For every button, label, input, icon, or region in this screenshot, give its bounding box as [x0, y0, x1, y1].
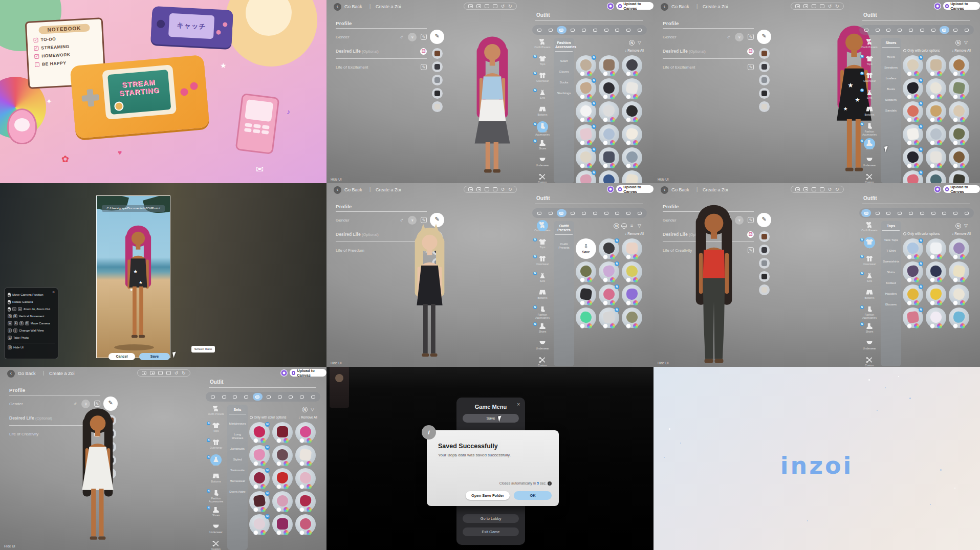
category-tab-0[interactable] — [534, 26, 544, 34]
item-thumb[interactable] — [295, 514, 316, 535]
subcategory-jumpsuits[interactable]: Jumpsuits — [229, 447, 246, 450]
item-thumb[interactable]: N — [249, 491, 270, 512]
sort-icon[interactable]: ≡ — [629, 223, 635, 229]
sidebar-item-custom[interactable]: Custom — [860, 356, 879, 367]
subcategory-sandals[interactable]: Sandals — [882, 108, 900, 112]
worn-item-thumb[interactable] — [432, 88, 443, 99]
item-thumb[interactable]: N — [599, 284, 619, 305]
profile-orb-icon[interactable] — [934, 186, 941, 193]
go-back-label[interactable]: Go Back — [344, 4, 362, 9]
worn-item-thumb[interactable] — [759, 271, 770, 282]
category-tab-7[interactable] — [613, 26, 622, 34]
sidebar-item-bottoms[interactable]: Bottoms — [860, 289, 879, 305]
item-thumb[interactable]: N — [576, 124, 596, 145]
edit-life-icon[interactable]: ✎ — [421, 247, 427, 253]
sidebar-item-tops[interactable]: NTops — [206, 422, 226, 438]
category-tab-2[interactable] — [230, 393, 240, 401]
screenshot-frame-icon[interactable] — [158, 371, 163, 375]
sidebar-item-bottoms[interactable]: Bottoms — [533, 105, 552, 122]
category-tab-6[interactable] — [928, 209, 938, 217]
worn-item-thumb[interactable] — [759, 258, 770, 269]
screenshot-frame-icon[interactable] — [485, 187, 489, 191]
subcategory-slippers[interactable]: Slippers — [882, 98, 900, 101]
category-tab-5[interactable] — [590, 26, 600, 34]
item-thumb[interactable] — [949, 55, 969, 76]
upload-to-canvas-button[interactable]: Upload to Canvas — [290, 369, 326, 377]
worn-item-thumb[interactable] — [105, 468, 116, 479]
item-thumb[interactable] — [622, 284, 642, 305]
category-tab-7[interactable] — [613, 209, 622, 217]
sidebar-item-bottoms[interactable]: Bottoms — [860, 105, 879, 122]
sidebar-item-shoes[interactable]: NShoes — [206, 506, 226, 523]
item-thumb[interactable]: N — [576, 55, 596, 76]
worn-item-thumb[interactable] — [432, 271, 443, 282]
filter-icon[interactable]: ▽ — [637, 223, 642, 229]
go-back-label[interactable]: Go Back — [671, 4, 689, 9]
item-thumb[interactable] — [622, 78, 642, 99]
item-thumb[interactable] — [272, 422, 293, 443]
worn-item-thumb[interactable] — [432, 101, 443, 112]
item-thumb[interactable] — [599, 124, 619, 145]
item-thumb[interactable] — [272, 514, 293, 535]
exit-game-button[interactable]: Exit Game — [463, 527, 519, 536]
sidebar-item-underwear[interactable]: Underwear — [206, 523, 226, 540]
category-tab-9[interactable] — [635, 209, 645, 217]
category-tab-3[interactable] — [242, 393, 251, 401]
sidebar-item-shoes[interactable]: NShoes — [860, 322, 879, 339]
dice-random-icon[interactable]: ⚄ — [420, 48, 427, 55]
male-gender-icon[interactable]: ♂ — [400, 217, 404, 223]
sidebar-item-outfit-presets[interactable]: Outfit Presets — [206, 405, 226, 422]
female-gender-icon[interactable]: ♀ — [408, 216, 417, 225]
item-thumb[interactable]: N — [903, 284, 923, 305]
category-tab-1[interactable] — [873, 209, 882, 217]
sidebar-item-tops[interactable]: NTops — [860, 55, 879, 72]
subcategory-loafers[interactable]: Loafers — [882, 76, 900, 80]
item-thumb[interactable] — [949, 124, 969, 145]
worn-item-thumb[interactable] — [759, 48, 770, 59]
go-back-label[interactable]: Go Back — [18, 371, 36, 376]
sidebar-item-tops[interactable]: NTops — [533, 238, 552, 255]
subcategory-stockings[interactable]: Stockings — [555, 91, 573, 95]
item-thumb[interactable] — [949, 284, 969, 305]
free-camera-icon[interactable] — [166, 371, 171, 375]
female-gender-icon[interactable]: ♀ — [735, 33, 744, 41]
item-thumb[interactable] — [949, 78, 969, 99]
worn-item-thumb[interactable] — [432, 284, 443, 295]
item-thumb[interactable]: N — [249, 468, 270, 489]
close-icon[interactable]: × — [52, 290, 55, 294]
item-thumb[interactable] — [949, 147, 969, 168]
item-thumb[interactable] — [295, 468, 316, 489]
subcategory-knitted[interactable]: Knitted — [882, 281, 900, 284]
worn-item-thumb[interactable] — [432, 231, 443, 242]
sidebar-item-underwear[interactable]: Underwear — [533, 339, 552, 356]
sidebar-item-sets[interactable]: NSets — [860, 272, 879, 289]
go-to-lobby-button[interactable]: Go to Lobby — [463, 514, 519, 523]
subcategory-swimsuits[interactable]: Swimsuits — [229, 468, 246, 472]
edit-zoi-icon[interactable] — [757, 30, 771, 44]
camera-icon[interactable] — [150, 371, 155, 375]
subcategory-shirts[interactable]: Shirts — [882, 270, 900, 274]
undo-icon[interactable]: ↺ — [175, 371, 179, 376]
item-thumb[interactable] — [949, 170, 969, 183]
subcategory-sweatshirts[interactable]: Sweatshirts — [882, 259, 900, 263]
category-tab-7[interactable] — [940, 26, 949, 34]
category-tab-9[interactable] — [962, 26, 972, 34]
undo-icon[interactable]: ↺ — [828, 4, 832, 9]
camera-icon[interactable] — [476, 187, 481, 191]
item-thumb[interactable] — [295, 422, 316, 443]
upload-to-canvas-button[interactable]: Upload to Canvas — [943, 2, 980, 10]
edit-gender-icon[interactable]: ✎ — [94, 401, 100, 407]
category-tab-4[interactable] — [906, 209, 916, 217]
category-tab-8[interactable] — [951, 26, 961, 34]
undo-icon[interactable]: ↺ — [828, 187, 832, 192]
item-thumb[interactable]: N — [576, 147, 596, 168]
item-thumb[interactable] — [599, 101, 619, 122]
item-thumb[interactable] — [576, 307, 596, 328]
item-thumb[interactable] — [622, 238, 642, 259]
item-thumb[interactable]: N — [903, 170, 923, 183]
save-button[interactable]: Save — [139, 353, 170, 360]
upload-to-canvas-button[interactable]: Upload to Canvas — [943, 185, 980, 193]
category-tab-4[interactable] — [253, 393, 263, 401]
edit-zoi-icon[interactable] — [430, 30, 444, 44]
item-thumb[interactable] — [622, 170, 642, 183]
